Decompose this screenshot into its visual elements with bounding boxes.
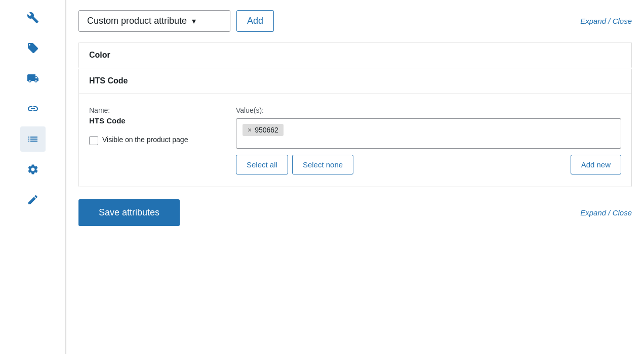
color-section: Color xyxy=(78,42,632,68)
sidebar-item-truck[interactable] xyxy=(20,66,46,91)
attribute-dropdown-label: Custom product attribute xyxy=(87,16,187,26)
expand-close-link-bottom[interactable]: Expand / Close xyxy=(580,208,632,217)
remove-value-icon[interactable]: × xyxy=(248,126,252,134)
sidebar-item-list[interactable] xyxy=(20,126,46,152)
main-content: Custom product attribute ▾ Add Expand / … xyxy=(66,0,644,354)
save-attributes-button[interactable]: Save attributes xyxy=(78,199,180,226)
field-left: Name: HTS Code Visible on the product pa… xyxy=(89,106,216,145)
hts-code-section: HTS Code Name: HTS Code Visible on the p… xyxy=(78,68,632,187)
value-tag: × 950662 xyxy=(243,124,284,136)
visible-checkbox-row: Visible on the product page xyxy=(89,135,216,145)
add-new-button[interactable]: Add new xyxy=(571,155,621,174)
field-right: Value(s): × 950662 Select all Select non… xyxy=(236,106,621,174)
hts-code-section-title: HTS Code xyxy=(89,76,621,85)
sidebar-item-wrench[interactable] xyxy=(20,5,46,30)
select-none-button[interactable]: Select none xyxy=(292,155,353,174)
select-all-button[interactable]: Select all xyxy=(236,155,288,174)
value-tag-label: 950662 xyxy=(255,126,278,134)
values-button-row: Select all Select none Add new xyxy=(236,155,621,174)
sidebar-item-link[interactable] xyxy=(20,96,46,121)
add-attribute-button[interactable]: Add xyxy=(236,10,274,32)
footer-row: Save attributes Expand / Close xyxy=(78,199,632,226)
visible-checkbox[interactable] xyxy=(89,136,98,145)
name-label: Name: xyxy=(89,106,216,114)
sidebar xyxy=(0,0,66,354)
values-input-box[interactable]: × 950662 xyxy=(236,118,621,149)
color-section-header[interactable]: Color xyxy=(79,42,631,68)
hts-code-content: Name: HTS Code Visible on the product pa… xyxy=(79,94,631,187)
chevron-down-icon: ▾ xyxy=(192,16,196,26)
name-value: HTS Code xyxy=(89,116,216,125)
header-row: Custom product attribute ▾ Add Expand / … xyxy=(78,10,632,32)
hts-code-section-header[interactable]: HTS Code xyxy=(79,68,631,94)
sidebar-item-gear[interactable] xyxy=(20,157,46,182)
visible-label: Visible on the product page xyxy=(102,135,188,145)
color-section-title: Color xyxy=(89,51,621,60)
sidebar-item-pencil[interactable] xyxy=(20,187,46,212)
expand-close-link-top[interactable]: Expand / Close xyxy=(580,17,632,25)
values-label: Value(s): xyxy=(236,106,621,114)
attribute-dropdown[interactable]: Custom product attribute ▾ xyxy=(78,10,230,32)
sidebar-item-tags[interactable] xyxy=(20,35,46,61)
hts-code-fields: Name: HTS Code Visible on the product pa… xyxy=(89,106,621,174)
